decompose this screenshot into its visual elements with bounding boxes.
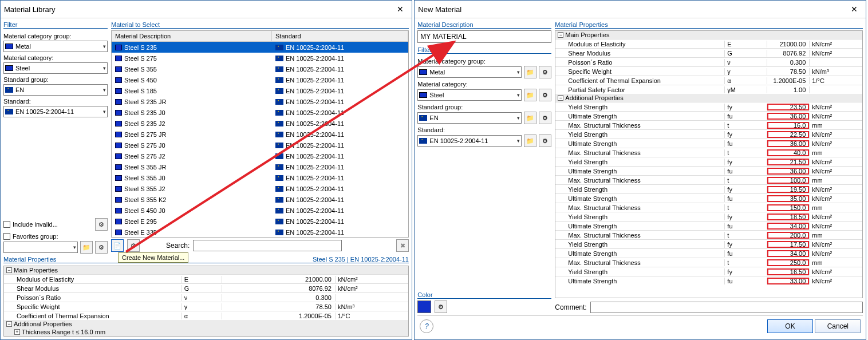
filter-section-label: Filter [3, 21, 108, 29]
catgrp-new-icon[interactable]: 📁 [524, 66, 536, 78]
property-row[interactable]: Modulus of ElasticityE21000.00kN/cm² [4, 274, 408, 283]
property-row[interactable]: Ultimate Strengthfu35.00kN/cm² [555, 193, 862, 203]
property-row[interactable]: Max. Structural Thicknesst40.0mm [555, 148, 862, 157]
filter-section-label: Filter [417, 46, 551, 54]
cat-label: Material category: [417, 81, 551, 88]
col-desc[interactable]: Material Description [112, 31, 272, 41]
std-new-icon[interactable]: 📁 [524, 135, 536, 147]
table-row[interactable]: Steel S 450EN 10025-2:2004-11 [112, 74, 408, 85]
stdgrp-combo[interactable]: EN▾ [3, 84, 108, 96]
table-row[interactable]: Steel S 355 J2EN 10025-2:2004-11 [112, 183, 408, 194]
stdgrp-new-icon[interactable]: 📁 [524, 112, 536, 124]
property-row[interactable]: Yield Strengthfy22.50kN/cm² [555, 129, 862, 139]
property-row[interactable]: Coefficient of Thermal Expansionα1.2000E… [555, 76, 862, 85]
property-row[interactable]: Specific Weightγ78.50kN/m³ [4, 302, 408, 311]
property-row[interactable]: Max. Structural Thicknesst200.0mm [555, 230, 862, 239]
catgrp-combo[interactable]: Metal▾ [3, 41, 108, 52]
property-row[interactable]: Max. Structural Thicknesst100.0mm [555, 175, 862, 184]
property-row[interactable]: Coefficient of Thermal Expansionα1.2000E… [4, 311, 408, 320]
property-row[interactable]: Max. Structural Thicknesst16.0mm [555, 120, 862, 129]
favorites-check[interactable]: Favorites group: [3, 233, 108, 240]
property-row[interactable]: Yield Strengthfy19.50kN/cm² [555, 184, 862, 193]
catgrp-combo[interactable]: Metal▾ [417, 66, 522, 78]
props-header: Material Properties Steel S 235 | EN 100… [3, 256, 409, 263]
search-input[interactable] [193, 240, 342, 251]
cat-combo[interactable]: Steel▾ [3, 62, 108, 74]
property-row[interactable]: Ultimate Strengthfu34.00kN/cm² [555, 248, 862, 258]
property-row[interactable]: Shear ModulusG8076.92kN/cm² [555, 48, 862, 57]
std-combo[interactable]: EN 10025-2:2004-11▾ [417, 135, 522, 147]
property-row[interactable]: Max. Structural Thicknesst250.0mm [555, 258, 862, 267]
help-icon[interactable]: ? [420, 319, 433, 333]
table-row[interactable]: Steel S 235 J0EN 10025-2:2004-11 [112, 107, 408, 118]
std-edit-icon[interactable]: ⚙ [539, 135, 551, 147]
color-edit-icon[interactable]: ⚙ [435, 301, 447, 313]
table-row[interactable]: Steel S 185EN 10025-2:2004-11 [112, 85, 408, 96]
thickness-group[interactable]: +Thickness Range t ≤ 16.0 mm [4, 328, 408, 336]
table-row[interactable]: Steel S 235 J2EN 10025-2:2004-11 [112, 118, 408, 129]
main-props-group[interactable]: −Main Properties [4, 266, 408, 274]
table-row[interactable]: Steel S 450 J0EN 10025-2:2004-11 [112, 205, 408, 216]
col-std[interactable]: Standard [272, 31, 408, 41]
stdgrp-combo[interactable]: EN▾ [417, 112, 522, 124]
edit-material-icon[interactable]: ⚙ [127, 239, 140, 252]
property-row[interactable]: Ultimate Strengthfu36.00kN/cm² [555, 139, 862, 148]
property-row[interactable]: Ultimate Strengthfu36.00kN/cm² [555, 166, 862, 175]
fav-new-icon[interactable]: 📁 [80, 241, 93, 254]
table-row[interactable]: Steel S 355 K2EN 10025-2:2004-11 [112, 194, 408, 205]
table-row[interactable]: Steel S 275 J0EN 10025-2:2004-11 [112, 140, 408, 151]
table-row[interactable]: Steel S 235 JREN 10025-2:2004-11 [112, 96, 408, 107]
std-combo[interactable]: EN 10025-2:2004-11▾ [3, 106, 108, 117]
stdgrp-edit-icon[interactable]: ⚙ [539, 112, 551, 124]
table-row[interactable]: Steel S 355 JREN 10025-2:2004-11 [112, 161, 408, 172]
create-new-material-icon[interactable]: 📄 [111, 239, 124, 252]
property-row[interactable]: Partial Safety FactorγM1.00 [555, 85, 862, 94]
main-props-group[interactable]: −Main Properties [555, 31, 862, 39]
catgrp-edit-icon[interactable]: ⚙ [539, 66, 551, 78]
close-icon[interactable]: ✕ [392, 3, 408, 15]
fav-edit-icon[interactable]: ⚙ [95, 241, 108, 254]
property-row[interactable]: Ultimate Strengthfu36.00kN/cm² [555, 111, 862, 120]
cat-combo[interactable]: Steel▾ [417, 89, 522, 101]
table-row[interactable]: Steel S 275 J2EN 10025-2:2004-11 [112, 151, 408, 161]
property-row[interactable]: Ultimate Strengthfu33.00kN/cm² [555, 276, 862, 285]
stdgrp-label: Standard group: [417, 104, 551, 110]
table-row[interactable]: Steel S 275EN 10025-2:2004-11 [112, 53, 408, 64]
property-row[interactable]: Shear ModulusG8076.92kN/cm² [4, 283, 408, 292]
selected-material-info: Steel S 235 | EN 10025-2:2004-11 [313, 256, 409, 263]
property-row[interactable]: Yield Strengthfy21.50kN/cm² [555, 157, 862, 166]
property-row[interactable]: Poisson´s Ratioν0.300 [555, 57, 862, 66]
table-row[interactable]: Steel S 355EN 10025-2:2004-11 [112, 64, 408, 74]
table-row[interactable]: Steel S 235EN 10025-2:2004-11 [112, 42, 408, 53]
property-row[interactable]: Yield Strengthfy16.50kN/cm² [555, 267, 862, 276]
description-input[interactable] [417, 30, 551, 43]
desc-section-label: Material Description [417, 21, 551, 29]
delete-icon[interactable]: ✖ [396, 239, 409, 252]
property-row[interactable]: Poisson´s Ratioν0.300 [4, 292, 408, 302]
addl-props-group[interactable]: −Additional Properties [555, 94, 862, 102]
close-icon[interactable]: ✕ [846, 3, 862, 15]
table-row[interactable]: Steel E 295EN 10025-2:2004-11 [112, 216, 408, 227]
table-row[interactable]: Steel E 335EN 10025-2:2004-11 [112, 227, 408, 237]
property-row[interactable]: Yield Strengthfy17.50kN/cm² [555, 239, 862, 248]
invalid-opts-icon[interactable]: ⚙ [95, 218, 108, 231]
comment-input[interactable] [590, 302, 863, 313]
property-row[interactable]: Modulus of ElasticityE21000.00kN/cm² [555, 39, 862, 48]
cancel-button[interactable]: Cancel [815, 319, 861, 333]
catgrp-label: Material category group: [417, 58, 551, 65]
table-row[interactable]: Steel S 275 JREN 10025-2:2004-11 [112, 129, 408, 140]
addl-props-group[interactable]: −Additional Properties [4, 320, 408, 328]
include-invalid-check[interactable]: Include invalid...⚙ [3, 218, 108, 231]
cat-edit-icon[interactable]: ⚙ [539, 89, 551, 101]
table-row[interactable]: Steel S 355 J0EN 10025-2:2004-11 [112, 172, 408, 183]
favorites-combo[interactable]: ▾ [3, 242, 78, 253]
property-row[interactable]: Yield Strengthfy18.50kN/cm² [555, 212, 862, 221]
color-swatch[interactable] [417, 301, 431, 313]
cat-new-icon[interactable]: 📁 [524, 89, 536, 101]
property-row[interactable]: Ultimate Strengthfu34.00kN/cm² [555, 221, 862, 230]
property-row[interactable]: Yield Strengthfy23.50kN/cm² [555, 102, 862, 111]
ok-button[interactable]: OK [767, 319, 813, 333]
property-row[interactable]: Max. Structural Thicknesst150.0mm [555, 203, 862, 212]
property-row[interactable]: Specific Weightγ78.50kN/m³ [555, 66, 862, 76]
comment-label: Comment: [555, 303, 586, 311]
